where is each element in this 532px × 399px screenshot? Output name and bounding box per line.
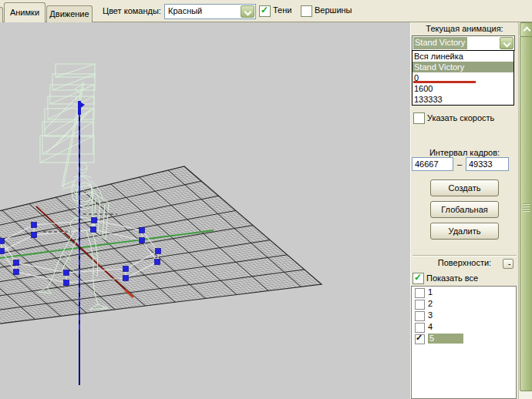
shadows-label: Тени <box>273 5 291 15</box>
animation-option[interactable]: 1600 <box>412 83 513 94</box>
global-button[interactable]: Глобальная <box>430 201 499 218</box>
scrollbar-grip-icon <box>523 203 530 212</box>
vertices-label: Вершины <box>315 5 352 15</box>
vertices-checkbox[interactable] <box>301 5 312 17</box>
create-button[interactable]: Создать <box>430 179 499 196</box>
surface-row[interactable]: 2 <box>412 299 516 310</box>
tab-animations[interactable]: Анимки <box>4 2 45 22</box>
billboard-stack <box>40 64 95 163</box>
show-all-checkbox[interactable]: ✓ <box>412 273 424 284</box>
toolbar: Анимки Движение Цвет команды: Красный ✓ … <box>0 0 532 22</box>
surface-checkbox[interactable] <box>415 288 425 298</box>
surface-label: 1 <box>428 287 433 297</box>
animation-option[interactable]: Вся линейка <box>412 51 513 62</box>
shadows-checkbox[interactable]: ✓ <box>259 5 271 17</box>
tab-strip-edge <box>0 7 3 22</box>
animation-option[interactable]: 133333 <box>412 94 513 105</box>
surface-row[interactable]: 4 <box>412 322 516 333</box>
team-color-label: Цвет команды: <box>103 6 161 15</box>
current-animation-label: Текущая анимация: <box>411 24 518 33</box>
animation-option-marked[interactable]: 0 <box>412 72 513 83</box>
animation-option-selected[interactable]: Stand Victory <box>412 62 513 72</box>
surface-label: 2 <box>428 299 433 309</box>
surface-checkbox-checked[interactable]: ✓ <box>415 334 425 344</box>
3d-viewport[interactable] <box>0 22 410 399</box>
animation-editor-window: Анимки Движение Цвет команды: Красный ✓ … <box>0 0 532 399</box>
surface-row[interactable]: 3 <box>412 310 516 321</box>
surface-checkbox[interactable] <box>415 323 425 333</box>
collapse-surfaces-button[interactable]: - <box>503 259 513 269</box>
viewport-canvas <box>0 22 410 399</box>
animation-select[interactable]: Stand Victory <box>412 35 515 51</box>
animation-panel: Текущая анимация: Stand Victory Вся лине… <box>411 22 518 399</box>
chevron-down-icon[interactable] <box>500 37 513 49</box>
surface-row[interactable]: 1 <box>412 287 516 298</box>
check-icon: ✓ <box>414 272 422 283</box>
grid-plane <box>0 146 377 354</box>
surface-label: 3 <box>428 310 433 320</box>
vertical-scrollbar[interactable] <box>518 22 532 399</box>
scrollbar-up-button[interactable] <box>520 22 532 37</box>
frame-interval-label: Интервал кадров: <box>411 148 518 157</box>
specify-speed-label: Указать скорость <box>427 113 494 122</box>
interval-dash: – <box>457 159 462 169</box>
check-icon: ✓ <box>416 333 423 343</box>
section-divider <box>412 255 517 256</box>
team-color-select[interactable]: Красный <box>164 4 256 19</box>
show-all-label: Показать все <box>426 273 478 283</box>
surface-checkbox[interactable] <box>415 300 425 310</box>
team-color-value: Красный <box>168 6 202 15</box>
chevron-down-icon[interactable] <box>241 5 254 18</box>
surface-row-selected[interactable]: ✓ 5 <box>412 334 516 344</box>
surface-checkbox[interactable] <box>415 311 425 321</box>
surfaces-list: 1 2 3 4 ✓ 5 <box>411 286 517 399</box>
frame-from-input[interactable] <box>412 157 453 171</box>
frame-to-input[interactable] <box>466 157 509 171</box>
tab-movement[interactable]: Движение <box>46 5 93 22</box>
surface-label-selected: 5 <box>428 334 463 344</box>
check-icon: ✓ <box>261 5 268 15</box>
chevron-up-icon <box>524 27 531 35</box>
specify-speed-checkbox[interactable] <box>413 112 425 124</box>
animation-dropdown-list: Вся линейка Stand Victory 0 1600 133333 <box>412 50 514 106</box>
animation-select-value: Stand Victory <box>413 37 467 49</box>
surface-label: 4 <box>428 322 433 332</box>
delete-button[interactable]: Удалить <box>430 223 499 240</box>
scrollbar-thumb[interactable] <box>520 36 532 391</box>
